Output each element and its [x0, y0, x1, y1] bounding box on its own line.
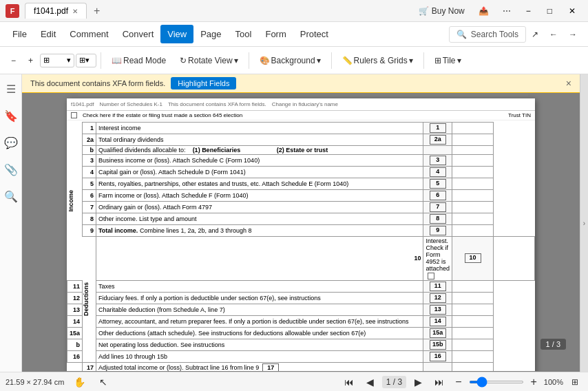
menu-comment[interactable]: Comment	[63, 25, 115, 43]
menu-protect[interactable]: Protect	[293, 25, 335, 43]
title-bar-left: F f1041.pdf ✕ +	[6, 2, 413, 20]
arrow-tool-btn[interactable]: ↖	[95, 375, 112, 389]
zoom-level-label: 100%	[544, 378, 563, 386]
row-14-input[interactable]	[452, 315, 494, 327]
deductions-section-label: Deductions	[83, 282, 90, 316]
menu-view[interactable]: View	[160, 25, 193, 43]
fit-page-btn[interactable]: ⊞	[567, 376, 582, 388]
row-7-col: 7	[423, 202, 452, 213]
row-3-input[interactable]	[452, 155, 494, 167]
zoom-in-status-btn[interactable]: +	[528, 376, 540, 388]
row-11-input[interactable]	[452, 280, 494, 292]
row-1-col: 1	[423, 123, 452, 134]
row-2a-label: Total ordinary dividends	[96, 134, 423, 146]
buy-now-btn[interactable]: 🛒 Buy Now	[413, 3, 470, 19]
sidebar-attachment-icon[interactable]: 📎	[1, 160, 21, 179]
row-17-label: Adjusted total income or (loss). Subtrac…	[96, 362, 423, 371]
row-2a-input[interactable]	[452, 134, 494, 146]
sidebar-left: ☰ 🔖 💬 📎 🔍	[0, 74, 22, 372]
last-page-btn[interactable]: ⏭	[430, 375, 448, 389]
form-row-0: Check here if the estate or filing trust…	[67, 111, 535, 120]
hand-tool-btn[interactable]: ✋	[70, 375, 90, 389]
row-5-input[interactable]	[452, 178, 494, 190]
tab-close-btn[interactable]: ✕	[72, 8, 78, 15]
next-page-btn[interactable]: ▶	[410, 375, 426, 389]
menu-file[interactable]: File	[6, 25, 34, 43]
nav-back-btn[interactable]: ←	[544, 27, 563, 42]
row-15b-input[interactable]	[452, 339, 494, 350]
zoom-slider[interactable]	[469, 381, 524, 383]
pdf-wrapper[interactable]: f1041.pdf Number of Schedules K-1 This d…	[22, 93, 580, 371]
more-btn[interactable]: ⋯	[497, 3, 516, 19]
tile-btn[interactable]: ⊞ Tile ▾	[428, 52, 468, 69]
external-link-btn[interactable]: ↗	[526, 27, 544, 42]
menu-tool[interactable]: Tool	[229, 25, 259, 43]
row-6-input[interactable]	[452, 190, 494, 202]
rulers-arrow: ▾	[409, 56, 413, 65]
prev-page-btn[interactable]: ◀	[362, 375, 378, 389]
row-7-input[interactable]	[452, 202, 494, 213]
first-page-btn[interactable]: ⏮	[340, 375, 358, 389]
close-btn[interactable]: ✕	[562, 3, 582, 19]
sidebar-nav-icon[interactable]: ☰	[3, 80, 19, 98]
background-btn[interactable]: 🎨 Background ▾	[253, 52, 327, 69]
row-13-input[interactable]	[452, 304, 494, 315]
sidebar-bookmark-icon[interactable]: 🔖	[1, 107, 21, 125]
row-4-input[interactable]	[452, 167, 494, 178]
view-mode-selector[interactable]: ⊞ ▾	[40, 54, 74, 67]
row-10-col: 10	[452, 237, 494, 281]
zoom-in-btn[interactable]: +	[23, 53, 39, 68]
buy-now-icon: 🛒	[419, 6, 429, 16]
menu-form[interactable]: Form	[258, 25, 293, 43]
main-layout: ☰ 🔖 💬 📎 🔍 This document contains XFA for…	[0, 74, 588, 372]
row-14-col: 14	[423, 315, 452, 327]
toolbar-sep-1	[101, 52, 101, 69]
row-10-input[interactable]	[494, 237, 535, 281]
menu-page[interactable]: Page	[193, 25, 228, 43]
row-17-input[interactable]	[452, 362, 494, 371]
minimize-btn[interactable]: −	[519, 3, 538, 19]
row-8-input[interactable]	[452, 213, 494, 225]
pdf-tab[interactable]: f1041.pdf ✕	[25, 3, 87, 19]
sidebar-comment-icon[interactable]: 💬	[1, 134, 21, 152]
row-16-label: Add lines 10 through 15b	[96, 350, 423, 362]
highlight-fields-btn[interactable]: Highlight Fields	[171, 77, 236, 89]
read-mode-btn[interactable]: 📖 Read Mode	[105, 52, 172, 69]
menu-convert[interactable]: Convert	[116, 25, 161, 43]
layout-selector[interactable]: ⊞ ▾	[76, 54, 96, 67]
row-12-input[interactable]	[452, 292, 494, 304]
tab-label: f1041.pdf	[34, 6, 68, 16]
sidebar-search-icon[interactable]: 🔍	[1, 187, 21, 206]
background-icon: 🎨	[260, 56, 270, 65]
row-2b-input[interactable]	[452, 146, 494, 155]
row-1-input[interactable]	[452, 123, 494, 134]
table-row: 5 Rents, royalties, partnerships, other …	[67, 178, 535, 190]
search-tools-box[interactable]: 🔍 Search Tools	[449, 26, 526, 43]
table-row: b Net operating loss deduction. See inst…	[67, 339, 535, 350]
table-row: 17 Adjusted total income or (loss). Subt…	[67, 362, 535, 371]
row-16-input[interactable]	[452, 350, 494, 362]
search-tools-label: Search Tools	[471, 30, 518, 39]
new-tab-btn[interactable]: +	[88, 2, 105, 20]
row-15a-input[interactable]	[452, 327, 494, 339]
zoom-out-status-btn[interactable]: −	[452, 376, 464, 388]
table-row: 9 Total income. Combine lines 1, 2a, 2b,…	[67, 225, 535, 237]
zoom-out-btn[interactable]: −	[6, 53, 21, 68]
row-num-6: 6	[83, 190, 96, 202]
rulers-grids-btn[interactable]: 📏 Rulers & Grids ▾	[336, 52, 419, 69]
right-sidebar-toggle[interactable]: ›	[580, 74, 588, 372]
menu-edit[interactable]: Edit	[34, 25, 63, 43]
xfa-message: This document contains XFA form fields.	[30, 79, 165, 87]
row-12-col: 12	[423, 292, 452, 304]
row-num-15a: 15a	[67, 327, 83, 339]
row-15a-col: 15a	[423, 327, 452, 339]
total-pages: 3	[397, 377, 402, 387]
rotate-view-btn[interactable]: ↻ Rotate View ▾	[174, 52, 244, 69]
row-15b-label: Net operating loss deduction. See instru…	[96, 339, 423, 350]
share-btn[interactable]: 📤	[473, 3, 494, 19]
close-xfa-btn[interactable]: ×	[566, 78, 571, 89]
nav-forward-btn[interactable]: →	[563, 27, 582, 42]
maximize-btn[interactable]: □	[540, 3, 559, 19]
background-arrow: ▾	[317, 56, 321, 65]
row-9-input[interactable]	[452, 225, 494, 237]
